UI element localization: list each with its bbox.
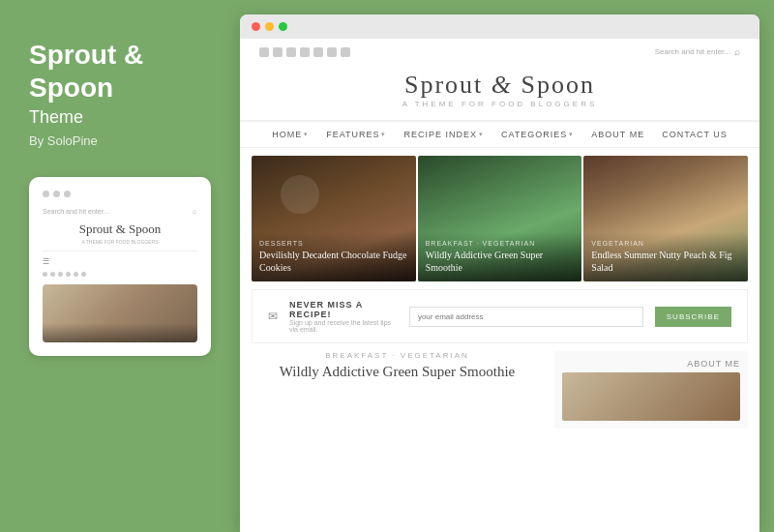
site-search-icon: ⌕: [734, 46, 740, 57]
browser-window: Search and hit enter... ⌕ Sprout & Spoon…: [240, 15, 759, 532]
nav-about-me-label: ABOUT ME: [591, 130, 644, 139]
featured-card-3[interactable]: VEGETARIAN Endless Summer Nutty Peach & …: [583, 156, 748, 281]
post-title: Wildly Addictive Green Super Smoothie: [252, 364, 543, 380]
card-3-title: Endless Summer Nutty Peach & Fig Salad: [591, 249, 740, 274]
about-me-area: ABOUT ME: [554, 351, 748, 429]
nav-contact-label: CONTACT US: [662, 130, 728, 139]
nav-about-me[interactable]: ABOUT ME: [591, 130, 644, 139]
browser-content: Search and hit enter... ⌕ Sprout & Spoon…: [240, 39, 759, 532]
card-3-category: VEGETARIAN: [591, 240, 740, 247]
mobile-logo-tagline: A THEME FOR FOOD BLOGGERS: [43, 239, 197, 245]
nav-contact-us[interactable]: CONTACT US: [662, 130, 728, 139]
mobile-window-controls: [43, 191, 197, 197]
mobile-search-bar: Search and hit enter... ⌕: [43, 207, 197, 216]
social-icon-3: [286, 47, 296, 57]
social-icon-7: [341, 47, 350, 57]
nav-home-label: HOME: [272, 130, 302, 139]
nav-recipe-index-arrow: ▾: [479, 131, 484, 138]
nav-categories[interactable]: CATEGORIES ▾: [501, 130, 574, 139]
mobile-social-row: [43, 272, 197, 277]
featured-grid: DESSERTS Devilishly Decadent Chocolate F…: [252, 156, 748, 281]
theme-title: Sprout & Spoon: [29, 39, 211, 103]
browser-titlebar: [240, 15, 759, 39]
card-2-title: Wildly Addictive Green Super Smoothie: [426, 249, 575, 274]
card-1-overlay: DESSERTS Devilishly Decadent Chocolate F…: [252, 232, 416, 281]
mobile-dot-3: [64, 191, 71, 197]
mobile-dot-2: [53, 191, 60, 197]
mobile-social-icon-4: [66, 272, 71, 277]
card-2-category: BREAKFAST · VEGETARIAN: [426, 240, 575, 247]
subscribe-email-icon: ✉: [268, 310, 278, 324]
site-logo-tagline: A THEME for FOOD BLOGGERS: [259, 100, 740, 108]
featured-card-2[interactable]: BREAKFAST · VEGETARIAN Wildly Addictive …: [418, 156, 582, 281]
browser-minimize-dot: [265, 22, 274, 31]
mobile-post-image: [43, 284, 197, 342]
card-1-title: Devilishly Decadent Chocolate Fudge Cook…: [259, 249, 408, 274]
nav-recipe-index-label: RECIPE INDEX: [403, 130, 477, 139]
site-header-top: Search and hit enter... ⌕: [259, 46, 740, 57]
mobile-search-icon: ⌕: [193, 207, 197, 216]
nav-features-arrow: ▾: [381, 131, 386, 138]
nav-categories-label: CATEGORIES: [501, 130, 567, 139]
mobile-dot-1: [43, 191, 49, 197]
site-search-placeholder: Search and hit enter...: [655, 47, 730, 56]
nav-recipe-index[interactable]: RECIPE INDEX ▾: [403, 130, 484, 139]
nav-features-label: FEATURES: [326, 130, 379, 139]
subscribe-title: NEVER MISS A RECIPE!: [289, 300, 398, 319]
nav-home-arrow: ▾: [304, 131, 309, 138]
subscribe-input[interactable]: [409, 307, 643, 327]
mobile-divider: [43, 251, 197, 251]
mobile-social-icon-3: [58, 272, 63, 277]
mobile-social-icon-5: [74, 272, 78, 277]
post-category: BREAKFAST · VEGETARIAN: [252, 351, 543, 360]
subscribe-text-area: NEVER MISS A RECIPE! Sign up and receive…: [289, 300, 398, 333]
subscribe-subtitle: Sign up and receive the latest tips via …: [289, 319, 398, 333]
mobile-logo: Sprout & Spoon: [43, 222, 197, 237]
bottom-section: BREAKFAST · VEGETARIAN Wildly Addictive …: [240, 351, 759, 440]
mobile-hamburger-icon: ☰: [43, 257, 197, 266]
featured-card-1[interactable]: DESSERTS Devilishly Decadent Chocolate F…: [252, 156, 416, 281]
left-panel: Sprout & Spoon Theme By SoloPine Search …: [0, 0, 240, 532]
about-me-title: ABOUT ME: [562, 359, 740, 369]
card-1-category: DESSERTS: [259, 240, 408, 247]
social-icon-5: [313, 47, 323, 57]
card-3-overlay: VEGETARIAN Endless Summer Nutty Peach & …: [583, 232, 748, 281]
nav-categories-arrow: ▾: [569, 131, 574, 138]
social-icon-6: [327, 47, 337, 57]
site-nav: HOME ▾ FEATURES ▾ RECIPE INDEX ▾ CATEGOR…: [240, 121, 759, 148]
nav-home[interactable]: HOME ▾: [272, 130, 309, 139]
mobile-social-icon-6: [81, 272, 86, 277]
right-panel: Search and hit enter... ⌕ Sprout & Spoon…: [240, 0, 774, 532]
site-logo: Sprout & Spoon: [259, 71, 740, 100]
social-icon-4: [300, 47, 310, 57]
mobile-social-icon-2: [50, 272, 55, 277]
mobile-preview-card: Search and hit enter... ⌕ Sprout & Spoon…: [29, 177, 211, 356]
browser-maximize-dot: [279, 22, 287, 31]
site-search-area[interactable]: Search and hit enter... ⌕: [655, 46, 740, 57]
featured-post-area: BREAKFAST · VEGETARIAN Wildly Addictive …: [252, 351, 543, 429]
social-icon-2: [273, 47, 283, 57]
site-social-row: [259, 47, 350, 57]
about-me-image: [562, 372, 740, 421]
card-2-overlay: BREAKFAST · VEGETARIAN Wildly Addictive …: [418, 232, 582, 281]
nav-features[interactable]: FEATURES ▾: [326, 130, 386, 139]
social-icon-1: [259, 47, 269, 57]
site-header: Search and hit enter... ⌕ Sprout & Spoon…: [240, 39, 759, 121]
subscribe-button[interactable]: SUBSCRIBE: [655, 307, 731, 327]
site-logo-area: Sprout & Spoon A THEME for FOOD BLOGGERS: [259, 63, 740, 112]
mobile-search-placeholder: Search and hit enter...: [43, 208, 109, 215]
theme-author: By SoloPine: [29, 133, 211, 148]
browser-close-dot: [252, 22, 260, 31]
mobile-social-icon-1: [43, 272, 47, 277]
theme-subtitle: Theme: [29, 107, 211, 128]
subscribe-section: ✉ NEVER MISS A RECIPE! Sign up and recei…: [252, 289, 748, 343]
